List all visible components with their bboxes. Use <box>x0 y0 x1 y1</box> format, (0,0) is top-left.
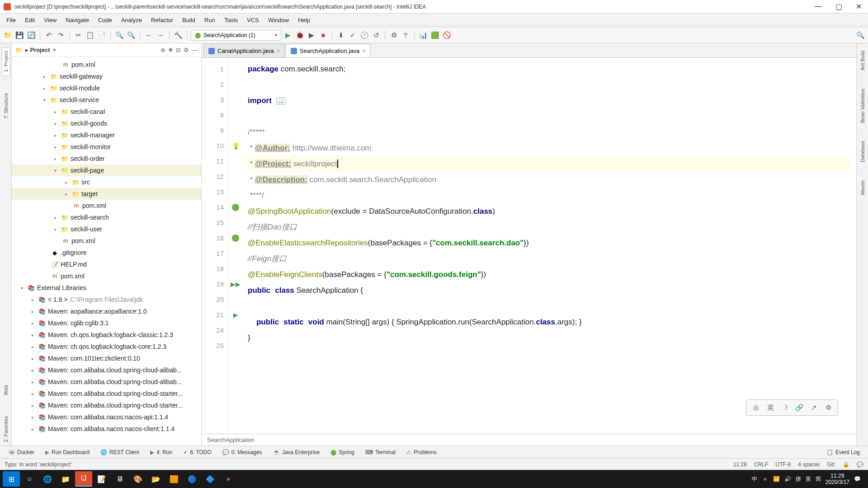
status-git[interactable]: Git: <box>827 461 835 468</box>
project-tree[interactable]: mpom.xml ▸📁seckill-gateway ▸📁seckill-mod… <box>12 57 201 446</box>
run-button[interactable]: ▶ <box>283 30 293 40</box>
task-icon[interactable]: 🖥 <box>111 471 128 487</box>
menu-code[interactable]: Code <box>94 15 117 25</box>
status-indent[interactable]: 4 spaces <box>798 461 820 468</box>
bt-terminal[interactable]: ⌨Terminal <box>361 448 400 457</box>
bt-spring[interactable]: ⬤Spring <box>326 448 359 457</box>
task-icon[interactable]: 🔷 <box>202 471 219 487</box>
target-icon[interactable]: ✥ <box>168 47 173 53</box>
coverage-button[interactable]: ▶ <box>307 30 316 40</box>
tab-project[interactable]: 1: Project <box>2 47 10 76</box>
tray-icon[interactable]: 🔊 <box>784 476 791 482</box>
menu-window[interactable]: Window <box>264 15 293 25</box>
clock-time[interactable]: 11:29 <box>826 473 849 479</box>
help-icon[interactable]: ? <box>401 30 410 40</box>
tray-icon[interactable]: 🔺 <box>762 476 769 482</box>
close-tab-icon[interactable]: × <box>362 48 365 54</box>
back-icon[interactable]: ← <box>144 30 154 40</box>
bt-event-log[interactable]: 📋Event Log <box>822 448 864 457</box>
bt-run[interactable]: ▶4: Run <box>146 448 177 457</box>
ime-indicator[interactable]: 简 <box>816 475 821 483</box>
close-tab-icon[interactable]: × <box>277 48 280 54</box>
tab-structure[interactable]: 7: Structure <box>2 89 9 122</box>
task-icon[interactable]: 🎨 <box>129 471 146 487</box>
forward-icon[interactable]: → <box>156 30 165 40</box>
spring-icon[interactable] <box>232 204 239 211</box>
paste-icon[interactable]: 📄 <box>97 30 107 40</box>
menu-vcs[interactable]: VCS <box>242 15 264 25</box>
run-config-selector[interactable]: ⬤ SearchApplication (1) <box>191 30 281 41</box>
hide-icon[interactable]: — <box>192 47 198 53</box>
maximize-button[interactable]: ▢ <box>833 1 845 12</box>
status-encoding[interactable]: UTF-8 <box>775 461 791 468</box>
chrome-icon[interactable]: 🌐 <box>39 471 56 487</box>
add-icon[interactable]: ⊕ <box>160 47 165 53</box>
task-icon[interactable]: 📝 <box>93 471 110 487</box>
notifications-icon[interactable]: 💬 <box>857 461 863 468</box>
save-icon[interactable]: 💾 <box>14 30 24 40</box>
settings-icon[interactable]: ⚙ <box>184 47 189 53</box>
vcs-update-icon[interactable]: ⬇ <box>336 30 346 40</box>
moon-icon[interactable]: ☽ <box>780 403 790 413</box>
undo-icon[interactable]: ↶ <box>44 30 54 40</box>
collapse-icon[interactable]: ⊟ <box>176 47 181 53</box>
status-line-sep[interactable]: CRLF <box>754 461 768 468</box>
bt-todo[interactable]: ✓6: TODO <box>179 448 216 457</box>
ime-indicator[interactable]: 英 <box>806 475 811 483</box>
vcs-history-icon[interactable]: 🕐 <box>359 30 369 40</box>
tab-canal[interactable]: CanalApplication.java × <box>203 44 285 57</box>
explorer-icon[interactable]: 📁 <box>57 471 74 487</box>
ime-indicator[interactable]: 中 <box>752 475 757 483</box>
find-icon[interactable]: 🔍 <box>114 30 124 40</box>
cortana-icon[interactable]: ○ <box>21 471 38 487</box>
copy-icon[interactable]: 📋 <box>85 30 95 40</box>
project-panel-title[interactable]: Project <box>25 47 50 53</box>
menu-analyze[interactable]: Analyze <box>117 15 146 25</box>
menu-edit[interactable]: Edit <box>20 15 39 25</box>
tab-maven[interactable]: Maven <box>859 177 866 199</box>
sync-icon[interactable]: 🔄 <box>26 30 36 40</box>
redo-icon[interactable]: ↷ <box>56 30 66 40</box>
menu-navigate[interactable]: Navigate <box>61 15 93 25</box>
task-icon[interactable]: 🔵 <box>184 471 201 487</box>
arrow-icon[interactable]: ↗ <box>809 403 819 413</box>
bt-run-dash[interactable]: ▶Run Dashboard <box>41 448 94 457</box>
close-button[interactable]: ✕ <box>853 1 864 12</box>
clock-date[interactable]: 2020/3/17 <box>826 479 849 485</box>
tab-search[interactable]: SearchApplication.java × <box>286 44 370 57</box>
menu-tools[interactable]: Tools <box>220 15 242 25</box>
tab-ant[interactable]: Ant Build <box>859 47 866 74</box>
cut-icon[interactable]: ✂ <box>73 30 83 40</box>
tab-favorites[interactable]: 2: Favorites <box>2 413 9 446</box>
build-icon[interactable]: 🔨 <box>173 30 183 40</box>
settings-icon[interactable]: ⚙ <box>389 30 399 40</box>
plugin-icon[interactable]: 🚫 <box>442 30 452 40</box>
bt-rest[interactable]: 🌐REST Client <box>96 448 144 457</box>
bt-messages[interactable]: 💬0: Messages <box>218 448 267 457</box>
tab-bean[interactable]: Bean Validation <box>859 85 866 127</box>
menu-view[interactable]: View <box>39 15 61 25</box>
menu-build[interactable]: Build <box>178 15 200 25</box>
open-icon[interactable]: 📁 <box>3 30 13 40</box>
intellij-icon[interactable]: IJ <box>75 471 92 487</box>
plugin-icon[interactable]: 📊 <box>418 30 428 40</box>
gear-icon[interactable]: ⚙ <box>823 403 833 413</box>
link-icon[interactable]: 🔗 <box>794 403 804 413</box>
run-class-icon[interactable]: ▶▶ <box>231 281 241 288</box>
stop-button[interactable]: ■ <box>318 30 328 40</box>
breadcrumb[interactable]: SearchApplication <box>202 434 856 446</box>
menu-refactor[interactable]: Refactor <box>146 15 178 25</box>
locate-icon[interactable]: ◎ <box>751 403 761 413</box>
minimize-button[interactable]: — <box>812 1 825 12</box>
bulb-icon[interactable]: 💡 <box>232 142 240 150</box>
task-icon[interactable]: ● <box>220 471 237 487</box>
menu-file[interactable]: File <box>2 15 20 25</box>
debug-button[interactable]: 🐞 <box>295 30 305 40</box>
replace-icon[interactable]: 🔍 <box>126 30 136 40</box>
start-button[interactable]: ⊞ <box>3 471 20 487</box>
bt-docker[interactable]: 🐳Docker <box>4 448 39 457</box>
lang-icon[interactable]: 英 <box>765 403 775 413</box>
status-position[interactable]: 11:28 <box>733 461 747 468</box>
run-main-icon[interactable]: ▶ <box>233 311 238 319</box>
tray-icon[interactable]: 📶 <box>773 476 780 482</box>
